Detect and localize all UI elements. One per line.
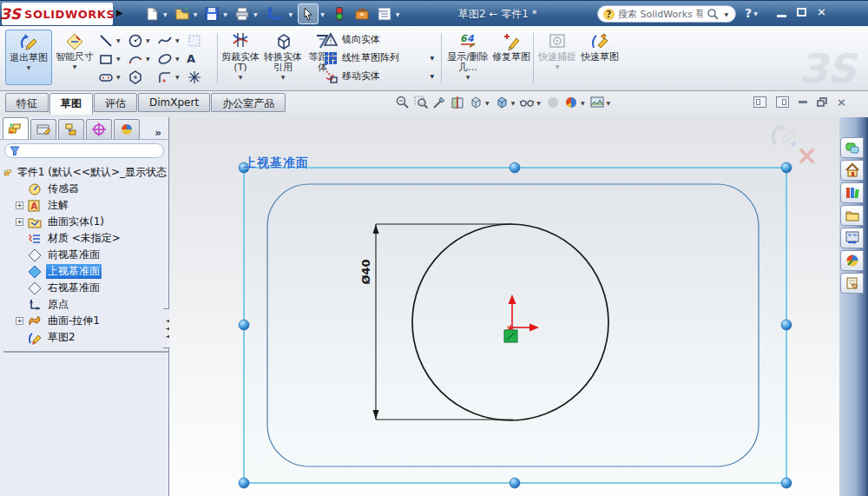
tree-filter-input[interactable] (4, 143, 164, 158)
top-plane-boundary[interactable] (239, 162, 792, 488)
edit-appearance-button[interactable]: ▼ (563, 95, 587, 110)
tab-featuremanager[interactable] (3, 117, 29, 139)
tab-configurationmanager[interactable] (58, 119, 84, 139)
rebuild-button[interactable] (330, 4, 349, 23)
cancel-sketch-icon[interactable]: × (796, 140, 818, 170)
dropdown-caret-icon[interactable]: ▼ (146, 56, 150, 62)
search-input[interactable]: 搜索 SolidWorks 帮助 (618, 8, 703, 21)
tab-features[interactable]: 特征 (5, 93, 49, 112)
rapid-sketch-button[interactable]: 快速草图 (580, 30, 620, 85)
tab-sketch[interactable]: 草图 (49, 93, 93, 115)
repair-sketch-button[interactable]: 修复草图 (491, 30, 531, 85)
dropdown-caret-icon[interactable]: ▼ (27, 64, 31, 70)
home-tab[interactable] (840, 160, 864, 181)
options-button[interactable] (352, 4, 372, 23)
fillet-tool-button[interactable]: ▼ (155, 69, 184, 85)
section-view-button[interactable] (450, 95, 465, 110)
tree-item-right-plane[interactable]: 右视基准面 (3, 280, 168, 296)
tab-displaymanager[interactable] (114, 119, 140, 139)
panel-overflow-chevron[interactable]: » (155, 127, 161, 139)
display-style-button[interactable]: ▼ (494, 95, 517, 110)
selection-box-button[interactable] (184, 33, 207, 49)
dropdown-caret-icon[interactable]: ▼ (223, 11, 227, 17)
appearances-tab[interactable] (840, 250, 864, 271)
text-tool-button[interactable]: A (184, 52, 207, 65)
view-orientation-button[interactable]: ▼ (468, 95, 491, 110)
dropdown-caret-icon[interactable]: ▼ (73, 63, 77, 69)
expand-icon[interactable]: + (16, 202, 23, 209)
tree-item-origin[interactable]: 原点 (3, 296, 168, 313)
expand-icon[interactable]: + (16, 317, 23, 325)
circle-center-point[interactable] (504, 330, 517, 342)
dropdown-caret-icon[interactable]: ▼ (430, 55, 434, 61)
dropdown-caret-icon[interactable]: ▼ (581, 100, 585, 106)
dropdown-caret-icon[interactable]: ▼ (536, 100, 541, 106)
dropdown-caret-icon[interactable]: ▼ (281, 74, 286, 80)
dropdown-caret-icon[interactable]: ▼ (194, 11, 198, 17)
document-restore-button[interactable] (817, 97, 827, 107)
design-library-tab[interactable] (840, 182, 864, 203)
mirror-entities-button[interactable]: 镜向实体 (323, 31, 436, 48)
point-tool-button[interactable] (184, 69, 207, 85)
tree-item-surface-bodies[interactable]: + 曲面实体(1) (3, 214, 168, 230)
print-button[interactable] (233, 4, 252, 23)
dropdown-caret-icon[interactable]: ▼ (146, 37, 150, 43)
tree-root[interactable]: 零件1 (默认<<默认>_显示状态 (3, 164, 168, 181)
circle-tool-button[interactable]: ▼ (125, 33, 155, 49)
dropdown-caret-icon[interactable]: ▼ (466, 74, 470, 80)
dropdown-caret-icon[interactable]: ▼ (396, 11, 400, 17)
dropdown-caret-icon[interactable]: ▼ (753, 10, 758, 17)
dropdown-caret-icon[interactable]: ▼ (163, 11, 168, 17)
pane-left-button[interactable] (753, 96, 766, 108)
dropdown-caret-icon[interactable]: ▼ (116, 37, 121, 43)
shadow-toggle-button[interactable] (545, 95, 561, 110)
slot-tool-button[interactable]: ▼ (95, 69, 125, 85)
ellipse-tool-button[interactable]: ▼ (155, 51, 184, 67)
custom-properties-tab[interactable] (840, 273, 864, 294)
document-minimize-button[interactable] (799, 101, 807, 103)
save-button[interactable] (202, 4, 221, 23)
hide-show-items-button[interactable]: ▼ (519, 95, 542, 110)
dropdown-caret-icon[interactable]: ▼ (430, 73, 434, 79)
move-entities-button[interactable]: 移动实体 ▼ (323, 68, 436, 84)
dropdown-caret-icon[interactable]: ▼ (116, 74, 121, 80)
search-box[interactable]: ? 搜索 SolidWorks 帮助 ▼ (597, 5, 736, 23)
menu-expand-arrow-icon[interactable]: ▶ (116, 8, 123, 17)
tab-dimxpert[interactable]: DimXpert (138, 93, 210, 112)
zoom-selection-button[interactable] (431, 95, 447, 110)
file-explorer-tab[interactable] (840, 205, 864, 226)
new-document-button[interactable] (142, 4, 161, 23)
zoom-area-button[interactable] (413, 95, 429, 110)
dropdown-caret-icon[interactable]: ▼ (289, 11, 293, 17)
convert-entities-button[interactable]: 转换实体引用 ▼ (262, 30, 304, 85)
tree-root-label[interactable]: 零件1 (默认<<默认>_显示状态 (16, 165, 168, 180)
dropdown-caret-icon[interactable]: ▼ (607, 100, 611, 106)
close-button[interactable]: × (817, 5, 826, 18)
polygon-tool-button[interactable] (125, 69, 155, 85)
smart-dimension-button[interactable]: 智能尺寸 ▼ (56, 30, 94, 85)
maximize-button[interactable] (797, 8, 806, 17)
dropdown-caret-icon[interactable]: ▼ (724, 11, 728, 17)
undo-button[interactable] (263, 2, 287, 26)
apply-scene-button[interactable]: ▼ (589, 95, 613, 110)
minimize-button[interactable] (777, 15, 786, 17)
tree-item-surface-extrude[interactable]: + 曲面-拉伸1 (3, 313, 168, 329)
tree-item-top-plane[interactable]: 上视基准面 (3, 263, 168, 280)
dropdown-caret-icon[interactable]: ▼ (175, 56, 180, 62)
open-button[interactable] (173, 4, 192, 23)
dimension-text[interactable]: Ø40 (359, 259, 372, 284)
pane-right-button[interactable] (776, 96, 789, 108)
tree-item-sensors[interactable]: 传感器 (3, 181, 168, 197)
resources-tab[interactable] (840, 137, 864, 158)
dropdown-caret-icon[interactable]: ▼ (175, 37, 180, 43)
dropdown-caret-icon[interactable]: ▼ (116, 56, 121, 62)
document-close-button[interactable]: × (837, 96, 846, 109)
tab-dimxpertmanager[interactable] (86, 119, 112, 139)
dropdown-caret-icon[interactable]: ▼ (556, 63, 560, 69)
exit-sketch-button[interactable]: 退出草图 ▼ (5, 30, 52, 85)
tab-propertymanager[interactable] (30, 119, 56, 139)
tab-office-products[interactable]: 办公室产品 (211, 93, 286, 112)
linear-pattern-button[interactable]: 线性草图阵列 ▼ (323, 50, 436, 66)
trim-entities-button[interactable]: 剪裁实体(T) ▼ (220, 30, 260, 85)
confirm-exit-sketch-icon[interactable] (768, 122, 799, 154)
